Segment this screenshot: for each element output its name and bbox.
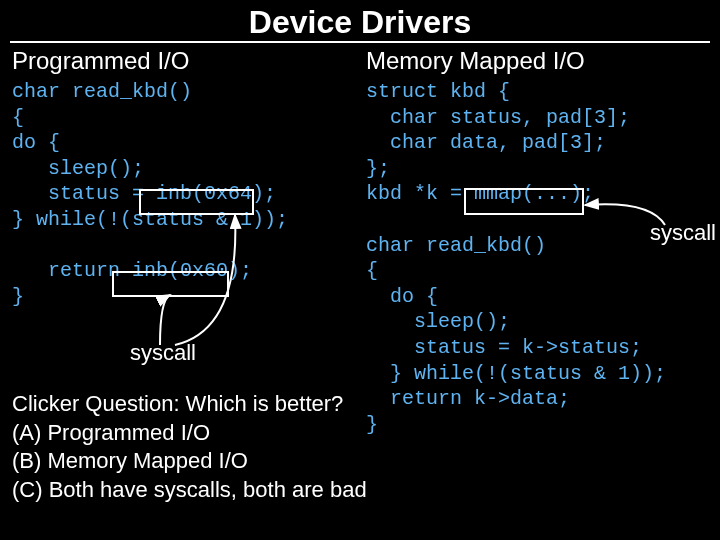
title-rule [10,41,710,43]
syscall-right-label: syscall [650,220,716,246]
syscall-left-label: syscall [130,340,196,366]
question-line1: Clicker Question: Which is better? [12,390,367,419]
right-heading: Memory Mapped I/O [366,47,708,75]
left-column: Programmed I/O char read_kbd() { do { sl… [12,47,360,437]
slide-title: Device Drivers [0,4,720,41]
right-code: struct kbd { char status, pad[3]; char d… [366,79,708,437]
question-line3: (B) Memory Mapped I/O [12,447,367,476]
left-code: char read_kbd() { do { sleep(); status =… [12,79,354,309]
clicker-question: Clicker Question: Which is better? (A) P… [12,390,367,504]
left-heading: Programmed I/O [12,47,354,75]
columns: Programmed I/O char read_kbd() { do { sl… [0,47,720,437]
question-line2: (A) Programmed I/O [12,419,367,448]
question-line4: (C) Both have syscalls, both are bad [12,476,367,505]
